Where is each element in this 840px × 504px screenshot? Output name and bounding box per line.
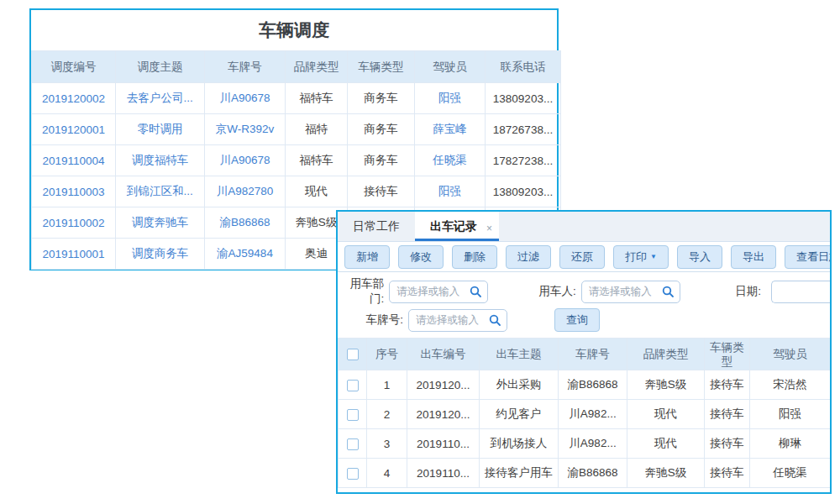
table-row[interactable]: 4 2019110... 接待客户用车 渝B86868 奔驰S级 接待车 任晓渠: [339, 459, 831, 488]
records-panel: 日常工作 出车记录 × 新增 修改 删除 过滤 还原 打印▼ 导入 导出 查看日…: [336, 210, 832, 494]
plate-link[interactable]: 川A982...: [559, 400, 627, 429]
import-button[interactable]: 导入: [677, 245, 722, 269]
seq-cell: 3: [367, 429, 407, 459]
driver-link[interactable]: 任晓渠: [750, 459, 831, 488]
dispatch-id-link[interactable]: 2019110004: [32, 145, 116, 176]
row-checkbox[interactable]: [347, 380, 359, 391]
vehicle-type-cell: 接待车: [348, 176, 415, 207]
print-button[interactable]: 打印▼: [613, 245, 669, 269]
row-select-cell: [339, 429, 367, 459]
records-table: 序号 出车编号 出车主题 车牌号 品牌类型 车辆类型 驾驶员 1 2019120…: [338, 338, 831, 488]
plate-link[interactable]: 渝AJ59484: [205, 239, 286, 270]
tab-daily-work[interactable]: 日常工作: [338, 212, 415, 241]
delete-button[interactable]: 删除: [452, 245, 497, 269]
trip-subject-link[interactable]: 约见客户: [480, 400, 559, 429]
trip-id-link[interactable]: 2019110...: [407, 429, 480, 459]
dispatch-id-link[interactable]: 2019110001: [32, 239, 116, 270]
add-button[interactable]: 新增: [344, 245, 390, 269]
query-button[interactable]: 查询: [554, 308, 600, 332]
dispatch-id-link[interactable]: 2019110003: [32, 176, 116, 207]
row-select-cell: [339, 370, 367, 400]
filter-button[interactable]: 过滤: [506, 245, 551, 269]
plate-link[interactable]: 渝B86868: [205, 207, 286, 239]
seq-cell: 4: [367, 459, 407, 488]
close-icon[interactable]: ×: [486, 214, 492, 244]
plate-link[interactable]: 渝B86868: [559, 370, 627, 400]
brand-cell: 现代: [627, 429, 705, 459]
dispatch-subject-link[interactable]: 到锦江区和...: [116, 176, 205, 207]
plate-link[interactable]: 京W-R392v: [205, 114, 286, 145]
trip-subject-link[interactable]: 接待客户用车: [480, 459, 559, 488]
driver-link[interactable]: 阳强: [415, 83, 486, 114]
col-vehicle-type: 车辆类型: [348, 51, 415, 83]
dispatch-subject-link[interactable]: 调度福特车: [116, 145, 205, 176]
search-icon[interactable]: [470, 286, 482, 298]
trip-id-link[interactable]: 2019120...: [407, 370, 480, 400]
table-row[interactable]: 2019110004 调度福特车 川A90678 福特车 商务车 任晓渠 178…: [32, 145, 561, 176]
tab-bar: 日常工作 出车记录 ×: [338, 212, 830, 242]
records-header-row: 序号 出车编号 出车主题 车牌号 品牌类型 车辆类型 驾驶员: [339, 339, 831, 370]
brand-cell: 奔驰S级: [627, 459, 705, 488]
select-all-checkbox[interactable]: [347, 349, 359, 360]
table-row[interactable]: 3 2019110... 到机场接人 川A982... 现代 接待车 柳琳: [339, 429, 831, 459]
export-button[interactable]: 导出: [731, 245, 776, 269]
col-vehicle-type: 车辆类型: [705, 339, 750, 370]
plate-link[interactable]: 渝B86868: [559, 459, 627, 488]
plate-link[interactable]: 川A90678: [205, 83, 286, 114]
table-row[interactable]: 2019120002 去客户公司... 川A90678 福特车 商务车 阳强 1…: [32, 83, 561, 114]
trip-subject-link[interactable]: 外出采购: [480, 370, 559, 400]
table-row[interactable]: 2019110003 到锦江区和... 川A982780 现代 接待车 阳强 1…: [32, 176, 561, 207]
view-log-button[interactable]: 查看日志: [785, 245, 832, 269]
edit-button[interactable]: 修改: [398, 245, 444, 269]
brand-cell: 福特车: [286, 83, 348, 114]
vehicle-type-cell: 商务车: [348, 145, 415, 176]
dispatch-id-link[interactable]: 2019110002: [32, 207, 116, 239]
row-select-cell: [339, 400, 367, 429]
col-dispatch-id: 调度编号: [32, 51, 116, 83]
brand-cell: 现代: [627, 400, 705, 429]
brand-cell: 现代: [286, 176, 348, 207]
dispatch-id-link[interactable]: 2019120001: [32, 114, 116, 145]
table-row[interactable]: 1 2019120... 外出采购 渝B86868 奔驰S级 接待车 宋浩然: [339, 370, 831, 400]
table-row[interactable]: 2 2019120... 约见客户 川A982... 现代 接待车 阳强: [339, 400, 831, 429]
date-input[interactable]: [771, 281, 830, 303]
driver-link[interactable]: 宋浩然: [750, 370, 831, 400]
dispatch-id-link[interactable]: 2019120002: [32, 83, 116, 114]
col-plate: 车牌号: [205, 51, 286, 83]
search-icon[interactable]: [662, 286, 675, 298]
driver-link[interactable]: 薛宝峰: [415, 114, 486, 145]
search-icon[interactable]: [489, 314, 501, 327]
phone-cell: 13809203...: [486, 176, 561, 207]
driver-link[interactable]: 阳强: [750, 400, 831, 429]
driver-link[interactable]: 任晓渠: [415, 145, 486, 176]
dispatch-subject-link[interactable]: 零时调用: [116, 114, 205, 145]
dept-label: 用车部门:: [338, 276, 384, 307]
tab-dispatch-records[interactable]: 出车记录 ×: [415, 212, 499, 241]
dispatch-subject-link[interactable]: 去客户公司...: [116, 83, 205, 114]
driver-link[interactable]: 柳琳: [750, 429, 831, 459]
vehicle-type-cell: 接待车: [705, 370, 750, 400]
table-row[interactable]: 2019120001 零时调用 京W-R392v 福特 商务车 薛宝峰 1872…: [32, 114, 561, 145]
dispatch-subject-link[interactable]: 调度奔驰车: [116, 207, 205, 239]
col-driver: 驾驶员: [750, 339, 831, 370]
restore-button[interactable]: 还原: [559, 245, 605, 269]
print-button-label: 打印: [625, 250, 647, 263]
select-all-cell: [339, 339, 367, 370]
chevron-down-icon: ▼: [650, 253, 657, 260]
plate-link[interactable]: 川A982...: [559, 429, 627, 459]
col-phone: 联系电话: [486, 51, 561, 83]
vehicle-type-cell: 接待车: [705, 429, 750, 459]
col-plate: 车牌号: [559, 339, 627, 370]
plate-link[interactable]: 川A90678: [205, 145, 286, 176]
driver-link[interactable]: 阳强: [415, 176, 486, 207]
row-checkbox[interactable]: [347, 438, 359, 450]
trip-subject-link[interactable]: 到机场接人: [480, 429, 559, 459]
plate-link[interactable]: 川A982780: [205, 176, 286, 207]
dispatch-subject-link[interactable]: 调度商务车: [116, 239, 205, 270]
plate-label: 车牌号:: [338, 312, 403, 328]
trip-id-link[interactable]: 2019110...: [407, 459, 480, 488]
col-trip-id: 出车编号: [407, 339, 480, 370]
row-checkbox[interactable]: [347, 409, 359, 421]
trip-id-link[interactable]: 2019120...: [407, 400, 480, 429]
row-checkbox[interactable]: [347, 468, 359, 480]
